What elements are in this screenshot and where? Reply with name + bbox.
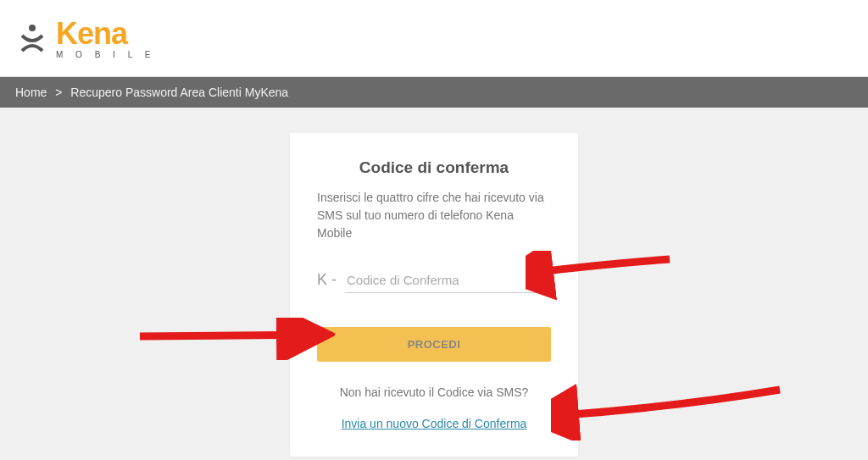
main-content: Codice di conferma Inserisci le quattro … — [0, 108, 868, 457]
not-received-text: Non hai ricevuto il Codice via SMS? — [317, 385, 551, 399]
breadcrumb: Home > Recupero Password Area Clienti My… — [0, 77, 868, 108]
breadcrumb-separator: > — [55, 86, 62, 99]
breadcrumb-home[interactable]: Home — [15, 86, 47, 99]
breadcrumb-current: Recupero Password Area Clienti MyKena — [70, 86, 288, 99]
confirmation-code-input[interactable] — [345, 268, 551, 293]
logo-icon — [17, 24, 47, 54]
logo-text: Kena M O B I L E — [56, 19, 155, 59]
svg-point-0 — [29, 25, 36, 31]
proceed-button[interactable]: PROCEDI — [317, 327, 551, 362]
confirmation-card: Codice di conferma Inserisci le quattro … — [290, 133, 578, 457]
resend-code-link[interactable]: Invia un nuovo Codice di Conferma — [342, 417, 527, 430]
input-prefix: K - — [317, 271, 337, 289]
card-description: Inserisci le quattro cifre che hai ricev… — [317, 189, 551, 242]
code-input-row: K - — [317, 268, 551, 293]
card-title: Codice di conferma — [317, 158, 551, 177]
logo-sub-text: M O B I L E — [56, 51, 155, 59]
header: Kena M O B I L E — [0, 0, 868, 77]
logo[interactable]: Kena M O B I L E — [17, 19, 851, 59]
logo-main-text: Kena — [56, 19, 155, 49]
